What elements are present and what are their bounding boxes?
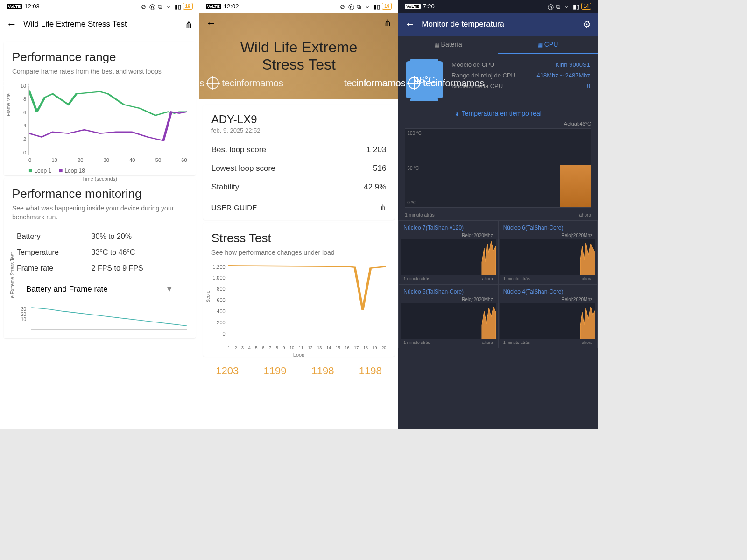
share-icon[interactable]: ⋔ (384, 17, 392, 29)
battery-icon: 14 (581, 3, 591, 10)
framerate-row: Frame rate2 FPS to 9 FPS (12, 260, 187, 276)
best-loop-row: Best loop score1 203 (211, 140, 387, 159)
nfc-icon: ⓝ (149, 3, 155, 9)
battery-icon: 19 (382, 3, 392, 10)
user-guide-row[interactable]: USER GUIDE ⋔ (211, 196, 387, 211)
y-axis-label: e Extreme Stress Test (10, 252, 15, 298)
device-name: ADY-LX9 (211, 113, 387, 126)
core-name: Núcleo 5(TaiShan-Core) (401, 287, 495, 297)
x-axis-label: Time (seconds) (12, 176, 187, 182)
volte-icon: VoLTE (7, 4, 22, 9)
chart-legend: Loop 1Loop 18 (28, 167, 187, 174)
wifi-icon: ᯤ (166, 3, 172, 9)
phone-3-temperature-monitor: VoLTE7:20 ⓝ ⧉ ᯤ ▮▯ 14 ← Monitor de tempe… (398, 0, 598, 429)
nfc-icon: ⓝ (548, 3, 554, 9)
signal-icon: ▮▯ (374, 3, 380, 9)
volte-icon: VoLTE (405, 4, 420, 9)
card-title: Performance range (12, 50, 187, 64)
clock: 7:20 (423, 3, 435, 10)
share-icon[interactable]: ⋔ (380, 203, 387, 211)
core-clock: Reloj:2020Mhz (500, 233, 595, 239)
status-icons: ⊘ ⓝ ⧉ ᯤ ▮▯ 19 (141, 3, 193, 10)
share-icon[interactable]: ⋔ (185, 19, 193, 30)
content-scroll[interactable]: Performance range Compare frame rates fr… (0, 36, 199, 429)
wifi-icon: ᯤ (365, 3, 371, 9)
wifi-icon: ᯤ (564, 3, 571, 9)
app-bar: ← Monitor de temperatura ⚙ (398, 13, 598, 36)
chevron-down-icon: ▼ (166, 285, 173, 294)
core-name: Núcleo 6(TaiShan-Core) (500, 223, 595, 233)
status-bar: VoLTE12:02 ⊘ ⓝ ⧉ ᯤ ▮▯ 19 (199, 0, 399, 13)
cast-icon: ⊘ (141, 3, 147, 9)
frame-rate-chart: Frame rate 1086420 0102030405060 Loop 1L… (12, 83, 187, 167)
card-subtitle: See how performance changes under load (211, 248, 387, 258)
clock: 12:02 (224, 3, 239, 10)
card-subtitle: Compare frame rates from the best and wo… (12, 67, 187, 77)
score-2[interactable]: 1199 (253, 359, 297, 383)
temperature-row: Temperature33°C to 46°C (12, 245, 187, 260)
dropdown-label: Battery and Frame rate (26, 285, 108, 294)
core-6: Núcleo 6(TaiShan-Core) Reloj:2020Mhz 1 m… (498, 220, 598, 284)
stability-row: Stability42.9% (211, 178, 387, 196)
app-bar: ← Wild Life Extreme Stress Test ⋔ (0, 13, 199, 36)
score-3[interactable]: 1198 (300, 359, 345, 383)
back-icon[interactable]: ← (7, 18, 17, 30)
bluetooth-icon: ⧉ (357, 3, 363, 9)
time-axis-labels: 1 minuto atrásahora (398, 211, 598, 220)
watermark: nformamostecinformamos (157, 77, 283, 89)
y-axis: 1,2001,0008006004002000 (211, 264, 226, 336)
x-axis-label: Loop (211, 352, 387, 357)
performance-monitoring-card: Performance monitoring See what was happ… (4, 178, 196, 338)
hero-title-line1: Wild Life Extreme (240, 39, 358, 56)
device-summary-card: ADY-LX9 feb. 9, 2025 22:52 Best loop sco… (203, 105, 395, 220)
back-icon[interactable]: ← (206, 17, 216, 29)
page-title: Wild Life Extreme Stress Test (23, 20, 178, 29)
volte-icon: VoLTE (206, 4, 221, 9)
nfc-icon: ⓝ (348, 3, 354, 9)
tab-battery[interactable]: Batería (398, 36, 498, 54)
spec-label: Modelo de CPU (451, 61, 555, 68)
test-date: feb. 9, 2025 22:52 (211, 127, 387, 134)
y-axis-label: Score (205, 290, 210, 302)
status-bar: VoLTE7:20 ⓝ ⧉ ᯤ ▮▯ 14 (398, 0, 598, 13)
core-7: Núcleo 7(TaiShan-v120) Reloj:2020Mhz 1 m… (398, 220, 498, 284)
stress-chart: Score 1,2001,0008006004002000 1234567891… (211, 264, 387, 348)
core-clock: Reloj:2020Mhz (401, 233, 495, 239)
svg-marker-0 (482, 241, 496, 275)
gear-icon[interactable]: ⚙ (583, 19, 591, 30)
battery-icon: 19 (183, 3, 193, 10)
content-scroll[interactable]: ADY-LX9 feb. 9, 2025 22:52 Best loop sco… (199, 99, 399, 429)
core-clock: Reloj:2020Mhz (500, 297, 595, 303)
score-1[interactable]: 1203 (205, 359, 250, 383)
svg-marker-1 (580, 243, 595, 275)
status-icons: ⊘ ⓝ ⧉ ᯤ ▮▯ 19 (340, 3, 392, 10)
metric-dropdown[interactable]: Battery and Frame rate ▼ (17, 280, 183, 299)
status-bar: VoLTE12:03 ⊘ ⓝ ⧉ ᯤ ▮▯ 19 (0, 0, 199, 13)
watermark: informamostecinformamos (356, 77, 484, 89)
cpu-cores-grid: Núcleo 7(TaiShan-v120) Reloj:2020Mhz 1 m… (398, 220, 598, 348)
realtime-temp-header: Temperatura en tiempo real (398, 106, 598, 121)
content-scroll[interactable]: 46°C Modelo de CPUKirin 9000S1 Rango del… (398, 54, 598, 429)
watermark: nformamostecinformamos (0, 77, 84, 89)
x-axis: 0102030405060 (28, 155, 187, 163)
tab-cpu[interactable]: CPU (498, 36, 598, 54)
card-subtitle: See what was happening inside your devic… (12, 204, 187, 222)
lowest-loop-row: Lowest loop score516 (211, 159, 387, 178)
performance-range-card: Performance range Compare frame rates fr… (4, 42, 196, 175)
score-4[interactable]: 1198 (348, 359, 393, 383)
spec-value: Kirin 9000S1 (556, 61, 590, 68)
svg-marker-2 (482, 307, 496, 339)
back-icon[interactable]: ← (405, 18, 415, 30)
y-axis-label: Frame rate (6, 93, 11, 116)
card-title: Performance monitoring (12, 187, 187, 201)
page-title: Monitor de temperatura (422, 20, 576, 29)
cast-icon: ⊘ (340, 3, 346, 9)
loop-scores-row: 1203 1199 1198 1198 (202, 359, 396, 383)
core-name: Núcleo 7(TaiShan-v120) (401, 223, 495, 233)
core-name: Núcleo 4(TaiShan-Core) (500, 287, 595, 297)
status-icons: ⓝ ⧉ ᯤ ▮▯ 14 (548, 3, 591, 10)
bluetooth-icon: ⧉ (158, 3, 164, 9)
stress-test-card: Stress Test See how performance changes … (203, 223, 395, 357)
bluetooth-icon: ⧉ (556, 3, 562, 9)
spec-value: 8 (587, 83, 590, 90)
